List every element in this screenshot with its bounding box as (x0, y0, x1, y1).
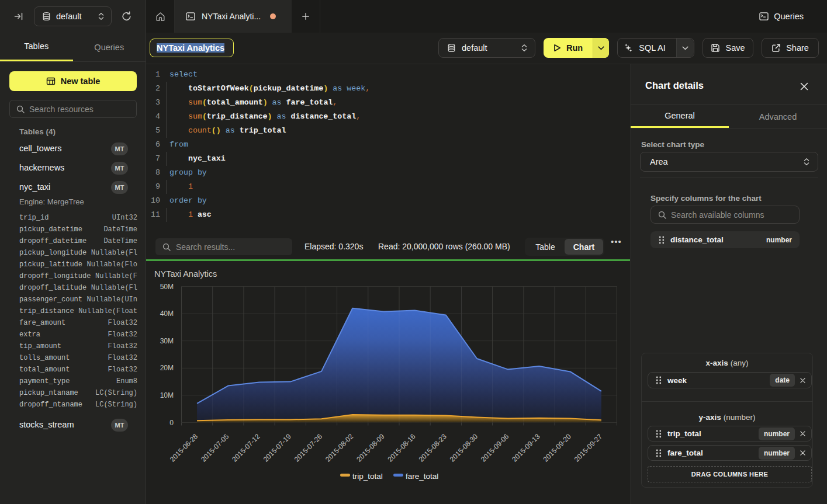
svg-text:2015-07-19: 2015-07-19 (262, 432, 293, 464)
svg-text:20M: 20M (160, 364, 174, 372)
svg-text:2015-08-30: 2015-08-30 (448, 432, 480, 464)
svg-text:2015-07-12: 2015-07-12 (230, 432, 262, 464)
svg-text:2015-08-02: 2015-08-02 (324, 432, 355, 464)
svg-text:NYTaxi Analytics: NYTaxi Analytics (154, 269, 217, 279)
svg-text:2015-08-09: 2015-08-09 (355, 432, 386, 464)
svg-text:2015-09-06: 2015-09-06 (479, 432, 511, 464)
svg-text:2015-09-20: 2015-09-20 (542, 432, 573, 464)
svg-text:40M: 40M (160, 310, 174, 318)
svg-text:30M: 30M (160, 337, 174, 345)
svg-text:10M: 10M (160, 391, 174, 399)
svg-text:50M: 50M (160, 283, 174, 291)
svg-text:2015-07-05: 2015-07-05 (199, 432, 231, 464)
svg-text:2015-07-26: 2015-07-26 (293, 432, 324, 464)
svg-text:fare_total: fare_total (406, 472, 438, 481)
svg-text:2015-09-13: 2015-09-13 (510, 432, 542, 464)
svg-text:2015-09-27: 2015-09-27 (573, 432, 604, 464)
svg-text:2015-06-28: 2015-06-28 (168, 432, 200, 464)
svg-text:0: 0 (169, 419, 174, 427)
svg-text:2015-08-23: 2015-08-23 (417, 432, 449, 464)
svg-text:trip_total: trip_total (352, 472, 383, 481)
svg-text:2015-08-16: 2015-08-16 (386, 432, 417, 464)
